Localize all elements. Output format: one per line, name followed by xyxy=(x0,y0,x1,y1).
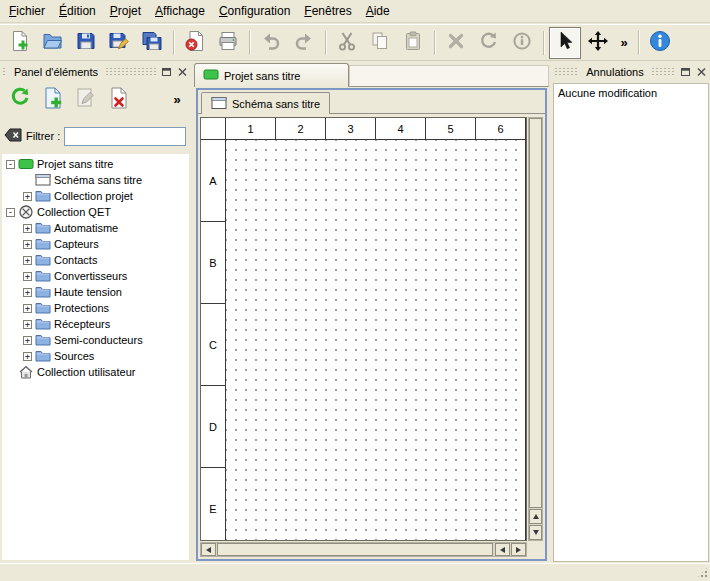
tree-item-projet-sans-titre[interactable]: - Projet sans titre xyxy=(2,156,189,172)
edit-element-button[interactable] xyxy=(71,84,101,114)
delete-element-button[interactable] xyxy=(104,84,134,114)
folder-icon xyxy=(35,316,51,332)
toolbar-extension-button[interactable]: » xyxy=(615,27,633,59)
undo-button[interactable] xyxy=(255,27,287,59)
tree-item-schema-sans-titre[interactable]: Schéma sans titre xyxy=(2,172,189,188)
undo-history-list[interactable]: Aucune modification xyxy=(553,83,709,562)
schema-canvas[interactable]: 1 2 3 4 5 6 A B C D E xyxy=(200,117,527,541)
vertical-scrollbar-thumb[interactable] xyxy=(529,118,542,508)
panel-extension-button[interactable]: » xyxy=(168,89,186,109)
main-toolbar: » xyxy=(0,24,710,61)
select-mode-button[interactable] xyxy=(549,27,581,59)
filter-input[interactable] xyxy=(64,127,186,146)
redo-button[interactable] xyxy=(288,27,320,59)
tree-item-recepteurs[interactable]: + Récepteurs xyxy=(2,316,189,332)
grid-paper[interactable] xyxy=(226,140,526,540)
undo-history-empty-text: Aucune modification xyxy=(558,87,657,99)
expand-icon[interactable]: + xyxy=(23,320,32,329)
scroll-down-button[interactable] xyxy=(529,525,542,540)
float-icon xyxy=(681,64,690,79)
expand-icon[interactable]: + xyxy=(23,256,32,265)
save-all-button[interactable] xyxy=(136,27,168,59)
rotate-button[interactable] xyxy=(473,27,505,59)
close-file-button[interactable] xyxy=(179,27,211,59)
tab-schema-sans-titre[interactable]: Schéma sans titre xyxy=(201,92,330,114)
tree-item-label: Projet sans titre xyxy=(37,158,113,170)
float-dock-button[interactable] xyxy=(159,65,173,78)
save-all-icon xyxy=(141,30,163,55)
menu-fenetres[interactable]: Fenêtres xyxy=(297,1,358,21)
menu-configuration[interactable]: Configuration xyxy=(212,1,297,21)
reload-collections-button[interactable] xyxy=(5,84,35,114)
arrow-right-icon xyxy=(516,547,521,553)
tree-item-haute-tension[interactable]: + Haute tension xyxy=(2,284,189,300)
object-info-button[interactable] xyxy=(506,27,538,59)
menu-fichier[interactable]: Fichier xyxy=(2,1,52,21)
tree-item-label: Automatisme xyxy=(54,222,118,234)
expand-icon[interactable]: + xyxy=(23,304,32,313)
folder-icon xyxy=(35,236,51,252)
horizontal-scrollbar[interactable] xyxy=(200,542,527,557)
clear-filter-icon[interactable] xyxy=(4,128,22,144)
expand-icon[interactable]: + xyxy=(23,192,32,201)
new-element-button[interactable] xyxy=(38,84,68,114)
horizontal-scrollbar-thumb[interactable] xyxy=(217,543,493,556)
save-button[interactable] xyxy=(70,27,102,59)
scroll-left-button[interactable] xyxy=(201,543,216,556)
menu-aide[interactable]: Aide xyxy=(359,1,397,21)
tree-item-sources[interactable]: + Sources xyxy=(2,348,189,364)
print-button[interactable] xyxy=(212,27,244,59)
expand-icon[interactable]: + xyxy=(23,240,32,249)
tabbar-empty-area xyxy=(349,65,549,87)
new-file-button[interactable] xyxy=(4,27,36,59)
expand-icon[interactable]: + xyxy=(23,352,32,361)
tree-item-automatisme[interactable]: + Automatisme xyxy=(2,220,189,236)
tab-projet-sans-titre[interactable]: Projet sans titre xyxy=(194,63,349,87)
tree-item-contacts[interactable]: + Contacts xyxy=(2,252,189,268)
project-tabbar: Projet sans titre xyxy=(194,62,549,87)
delete-button[interactable] xyxy=(440,27,472,59)
close-dock-button[interactable] xyxy=(694,65,708,78)
collapse-icon[interactable]: - xyxy=(6,208,15,217)
save-as-button[interactable] xyxy=(103,27,135,59)
tree-item-collection-qet[interactable]: - Collection QET xyxy=(2,204,189,220)
expand-icon[interactable]: + xyxy=(23,272,32,281)
elements-panel-toolbar: » xyxy=(2,83,189,115)
tree-item-capteurs[interactable]: + Capteurs xyxy=(2,236,189,252)
vertical-scrollbar[interactable] xyxy=(528,117,543,541)
paste-button[interactable] xyxy=(397,27,429,59)
arrow-up-icon xyxy=(533,514,539,519)
row-ruler: A B C D E xyxy=(201,140,226,541)
redo-icon xyxy=(293,30,315,55)
scrollbar-corner xyxy=(528,542,543,557)
toolbar-separator xyxy=(543,31,544,55)
collapse-icon[interactable]: - xyxy=(6,160,15,169)
tree-item-collection-utilisateur[interactable]: Collection utilisateur xyxy=(2,364,189,380)
tree-item-protections[interactable]: + Protections xyxy=(2,300,189,316)
project-info-button[interactable] xyxy=(644,27,676,59)
expand-icon[interactable]: + xyxy=(23,224,32,233)
scroll-left-button-2[interactable] xyxy=(495,543,510,556)
tree-item-collection-projet[interactable]: + Collection projet xyxy=(2,188,189,204)
folder-icon xyxy=(35,348,51,364)
menu-affichage[interactable]: Affichage xyxy=(148,1,212,21)
scroll-right-button[interactable] xyxy=(511,543,526,556)
scroll-up-button[interactable] xyxy=(529,509,542,524)
dock-handle-texture xyxy=(105,67,157,76)
arrow-left-icon xyxy=(206,547,211,553)
float-dock-button[interactable] xyxy=(678,65,692,78)
tree-item-convertisseurs[interactable]: + Convertisseurs xyxy=(2,268,189,284)
copy-button[interactable] xyxy=(364,27,396,59)
cut-button[interactable] xyxy=(331,27,363,59)
pan-mode-button[interactable] xyxy=(582,27,614,59)
tree-item-label: Sources xyxy=(54,350,94,362)
open-file-button[interactable] xyxy=(37,27,69,59)
menu-edition[interactable]: Édition xyxy=(52,1,103,21)
tree-item-semi-conducteurs[interactable]: + Semi-conducteurs xyxy=(2,332,189,348)
tree-item-label: Convertisseurs xyxy=(54,270,127,282)
resize-grip[interactable] xyxy=(696,566,709,579)
menu-projet[interactable]: Projet xyxy=(103,1,148,21)
expand-icon[interactable]: + xyxy=(23,336,32,345)
close-dock-button[interactable] xyxy=(175,65,189,78)
expand-icon[interactable]: + xyxy=(23,288,32,297)
